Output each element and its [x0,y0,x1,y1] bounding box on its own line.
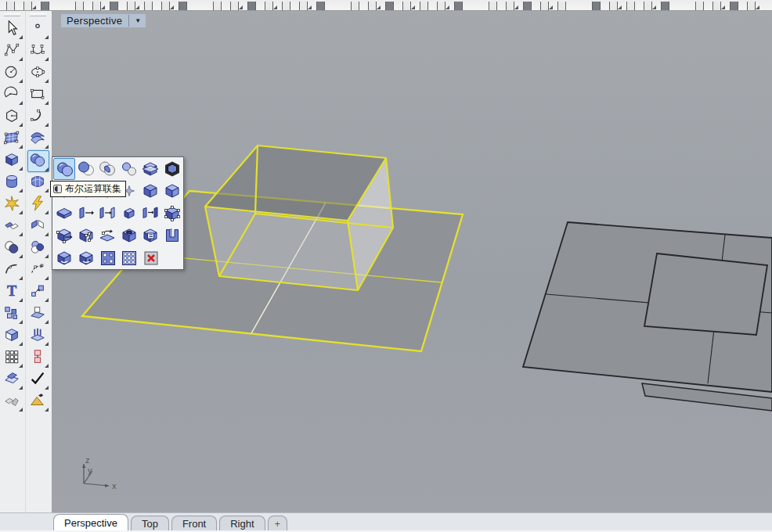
flyout-tool-delete-hole[interactable] [140,247,162,269]
tool-select[interactable] [2,19,23,39]
flyout-tool-move-face[interactable] [139,203,161,225]
flyout-tool-holes-grid[interactable] [97,247,119,269]
cropped-toolbar-icon[interactable] [644,2,652,11]
cropped-toolbar-icon[interactable] [661,2,669,11]
cropped-toolbar-icon[interactable] [557,2,566,11]
tool-block[interactable] [2,304,23,324]
flyout-tool-boolean-split[interactable] [118,158,140,180]
flyout-tool-holes-grid-dense[interactable] [118,247,140,269]
cropped-toolbar-icon[interactable] [747,2,756,11]
cropped-toolbar-icon[interactable] [6,2,15,11]
flyout-tool-boolean-difference[interactable] [75,158,97,180]
cropped-toolbar-icon[interactable] [351,2,359,11]
tool-lightning-edit[interactable] [28,194,49,214]
tool-circle-boolean[interactable] [28,238,49,258]
cropped-toolbar-icon[interactable] [609,2,618,11]
cropped-toolbar-icon[interactable] [92,2,101,11]
viewport-title-label[interactable]: Perspective [67,15,122,27]
cropped-toolbar-icon[interactable] [144,2,153,11]
cropped-toolbar-icon[interactable] [23,2,32,11]
tool-orient[interactable] [28,304,49,324]
tool-trim[interactable] [2,216,23,236]
tool-arc[interactable] [2,84,23,105]
flyout-tool-extrude-face[interactable] [75,203,97,225]
flyout-tool-panel-face[interactable] [139,225,161,246]
tool-boolean-union[interactable] [27,150,49,172]
tool-split[interactable] [28,216,49,236]
tool-linked-block[interactable] [28,347,49,368]
view-tab-top[interactable]: Top [131,516,169,532]
cropped-toolbar-icon[interactable] [695,2,704,11]
cropped-toolbar-icon[interactable] [385,2,394,11]
cropped-toolbar-icon[interactable] [41,2,49,11]
tool-extract-surface[interactable] [2,325,23,346]
cropped-toolbar-icon[interactable] [437,2,446,11]
cropped-toolbar-icon[interactable] [282,2,290,11]
tool-curve-boolean[interactable] [2,238,23,258]
view-tab-perspective[interactable]: Perspective [53,514,128,532]
tool-text[interactable]: T [2,282,23,302]
cropped-toolbar-icon[interactable] [299,2,308,11]
add-view-tab[interactable]: + [268,516,288,532]
tool-box[interactable] [2,150,23,171]
flyout-tool-rotate-face[interactable] [96,225,118,246]
flyout-tool-fillet-edge-var[interactable] [75,247,97,269]
tool-circle[interactable] [2,63,23,83]
flyout-tool-cage-edit[interactable] [161,158,183,180]
flyout-tool-cube-points[interactable] [161,203,183,225]
toolbar-grip[interactable] [30,13,46,16]
tool-blend-curve[interactable] [2,260,23,280]
tool-unroll[interactable] [2,391,23,412]
tool-arc-blend[interactable] [28,260,49,280]
viewport-dropdown-icon[interactable]: ▼ [132,17,144,24]
tool-freeform-curve[interactable] [28,106,49,127]
cropped-toolbar-icon[interactable] [247,2,256,11]
flyout-tool-slab[interactable] [53,203,75,225]
tool-hatch[interactable] [28,325,49,346]
tool-cutplane[interactable] [2,369,23,390]
tool-polygon[interactable] [2,106,23,127]
tool-ellipse[interactable] [28,63,49,83]
tool-surface-patch-grid[interactable] [2,128,23,149]
flyout-tool-cut-corner[interactable] [75,225,97,246]
flyout-tool-u-channel[interactable] [161,225,183,246]
cropped-toolbar-icon[interactable] [489,2,497,11]
tool-point[interactable] [28,19,49,39]
tool-explode[interactable] [2,194,23,214]
tool-scale[interactable] [28,282,49,302]
cropped-toolbar-icon[interactable] [316,2,325,11]
flyout-tool-cube-solid[interactable] [161,180,183,202]
tool-gold-cone[interactable] [28,391,49,412]
tool-drape[interactable] [28,172,49,192]
cropped-toolbar-icon[interactable] [127,2,135,11]
cropped-toolbar-icon[interactable] [540,2,549,11]
cropped-toolbar-icon[interactable] [506,2,514,11]
flyout-tool-boolean-union[interactable] [53,158,75,180]
cropped-toolbar-icon[interactable] [265,2,273,11]
cropped-toolbar-icon[interactable] [420,2,428,11]
tool-control-point-curve[interactable] [2,41,23,61]
cropped-toolbar-icon[interactable] [75,2,84,11]
flyout-tool-move-edge[interactable] [53,225,75,246]
cropped-toolbar-icon[interactable] [110,2,118,11]
cropped-toolbar-icon[interactable] [626,2,635,11]
flyout-tool-fillet-edge[interactable] [53,247,75,269]
tool-array[interactable] [2,347,23,368]
flyout-tool-solid-piece[interactable] [118,203,140,225]
selected-box-wireframe[interactable] [205,146,393,290]
cropped-toolbar-icon[interactable] [213,2,222,11]
viewport-title[interactable]: Perspective ▼ [61,14,146,27]
cropped-toolbar-icon[interactable] [368,2,377,11]
tool-cylinder[interactable] [2,172,23,192]
flyout-tool-solid-trim[interactable] [139,158,161,180]
cropped-toolbar-icon[interactable] [592,2,601,11]
flyout-tool-cube-shade[interactable] [139,180,161,202]
gray-planes-object[interactable] [523,222,772,411]
tool-loft[interactable] [28,128,49,149]
cropped-toolbar-icon[interactable] [402,2,411,11]
cropped-toolbar-icon[interactable] [161,2,170,11]
cropped-toolbar-icon[interactable] [230,2,239,11]
cropped-toolbar-icon[interactable] [712,2,721,11]
view-tab-front[interactable]: Front [171,516,217,532]
flyout-tool-hole-face[interactable] [118,225,140,246]
